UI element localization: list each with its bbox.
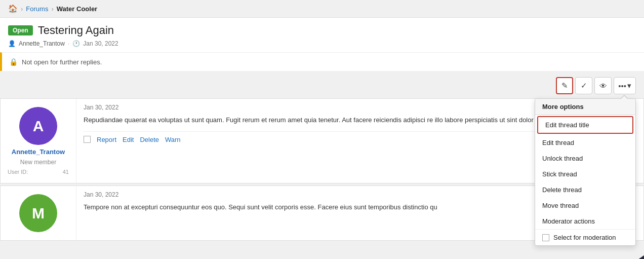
thread-header: Open Testering Again 👤 Annette_Trantow ·… — [0, 17, 644, 52]
avatar: A — [19, 107, 57, 145]
move-thread-label: Move thread — [542, 202, 579, 209]
status-badge: Open — [8, 25, 33, 35]
userid-label: User ID: — [8, 169, 28, 175]
thread-title-row: Open Testering Again — [8, 24, 636, 37]
dropdown-item-delete-thread[interactable]: Delete thread — [535, 182, 635, 198]
more-options-button[interactable]: ••• ▾ — [614, 77, 636, 94]
dropdown-item-unlock-thread[interactable]: Unlock thread — [535, 151, 635, 166]
select-moderation-label: Select for moderation — [553, 234, 616, 241]
thread-author[interactable]: Annette_Trantow — [19, 40, 65, 47]
breadcrumb-sep2: › — [51, 5, 53, 13]
edit-pencil-icon: ✎ — [561, 81, 568, 90]
user-icon: 👤 — [8, 40, 16, 47]
post-author-userid: User ID: 41 — [6, 169, 71, 175]
dropdown-item-moderator-actions[interactable]: Moderator actions — [535, 213, 635, 229]
delete-thread-label: Delete thread — [542, 186, 582, 194]
edit-link[interactable]: Edit — [123, 136, 134, 143]
edit-thread-button[interactable]: ✎ — [556, 77, 573, 94]
moderation-checkbox[interactable] — [542, 234, 549, 241]
more-dots-icon: ••• — [618, 82, 626, 90]
dropdown-item-select-moderation[interactable]: Select for moderation — [535, 230, 635, 245]
moderator-actions-label: Moderator actions — [542, 217, 595, 225]
dropdown-item-move-thread[interactable]: Move thread — [535, 198, 635, 213]
thread-toolbar: ✎ ✓ 👁 ••• ▾ More options Edit thread tit… — [0, 73, 644, 98]
dropdown-item-edit-thread-title[interactable]: Edit thread title — [537, 116, 633, 134]
post-author-name[interactable]: Annette_Trantow — [12, 148, 65, 156]
home-icon[interactable]: 🏠 — [8, 4, 18, 13]
unlock-thread-label: Unlock thread — [542, 155, 583, 162]
meta-sep: · — [68, 40, 69, 47]
lock-icon: 🔒 — [9, 58, 18, 66]
check-button[interactable]: ✓ — [575, 77, 592, 94]
warning-text: Not open for further replies. — [22, 58, 102, 66]
report-link[interactable]: Report — [97, 136, 116, 143]
avatar: M — [19, 194, 57, 232]
breadcrumb: 🏠 › Forums › Water Cooler — [0, 0, 644, 17]
edit-thread-label: Edit thread — [542, 139, 574, 146]
dropdown-arrow-inner — [621, 96, 628, 99]
post-author-column: A Annette_Trantow New member User ID: 41 — [1, 99, 76, 183]
breadcrumb-forums-link[interactable]: Forums — [26, 5, 48, 13]
watermark: TeamDGT.org — [594, 253, 644, 259]
thread-meta: 👤 Annette_Trantow · 🕐 Jan 30, 2022 — [8, 40, 636, 47]
thread-date: Jan 30, 2022 — [83, 40, 118, 47]
userid-value: 41 — [63, 169, 69, 175]
eye-icon: 👁 — [599, 82, 607, 90]
post-checkbox[interactable] — [84, 136, 91, 143]
dropdown-item-stick-thread[interactable]: Stick thread — [535, 166, 635, 182]
chevron-down-icon: ▾ — [627, 81, 631, 90]
breadcrumb-sep1: › — [21, 5, 23, 13]
delete-link[interactable]: Delete — [140, 136, 159, 143]
dropdown-header: More options — [535, 99, 635, 115]
breadcrumb-current: Water Cooler — [57, 5, 97, 13]
watch-button[interactable]: 👁 — [594, 77, 612, 94]
stick-thread-label: Stick thread — [542, 170, 577, 178]
post-author-column: M — [1, 186, 76, 240]
check-icon: ✓ — [581, 81, 587, 90]
warning-bar: 🔒 Not open for further replies. — [0, 52, 644, 71]
more-options-dropdown: More options Edit thread title Edit thre… — [535, 98, 636, 246]
warn-link[interactable]: Warn — [165, 136, 181, 143]
thread-title: Testering Again — [38, 24, 114, 37]
clock-icon: 🕐 — [72, 40, 80, 47]
page-wrapper: 🏠 › Forums › Water Cooler Open Testering… — [0, 0, 644, 259]
edit-thread-title-label: Edit thread title — [545, 121, 589, 129]
post-author-role: New member — [20, 159, 56, 166]
dropdown-item-edit-thread[interactable]: Edit thread — [535, 135, 635, 151]
